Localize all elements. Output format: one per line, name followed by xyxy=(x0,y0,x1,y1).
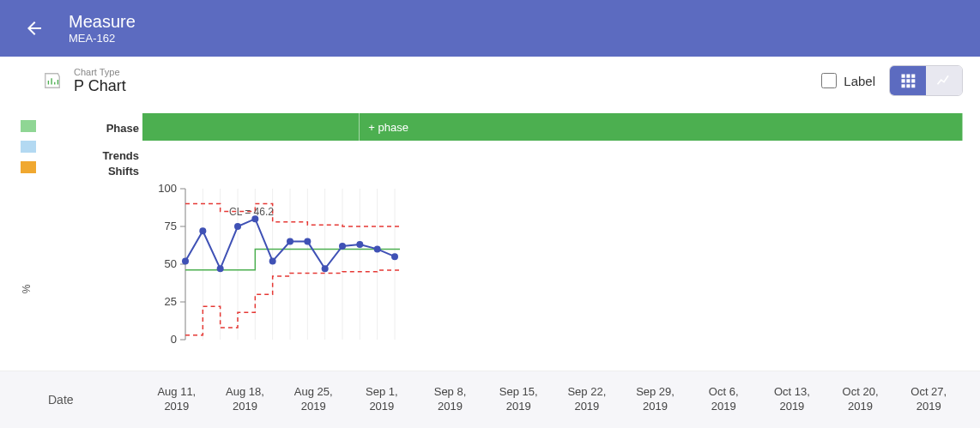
line-chart-icon xyxy=(935,72,953,89)
phase-segment-add[interactable]: + phase xyxy=(360,113,963,141)
back-button[interactable] xyxy=(17,11,51,45)
date-cell: Sep 29,2019 xyxy=(621,385,690,414)
svg-point-27 xyxy=(234,223,241,230)
grid-view-button[interactable] xyxy=(890,66,926,95)
date-cell: Aug 11,2019 xyxy=(142,385,211,414)
svg-text:25: 25 xyxy=(165,295,177,308)
label-checkbox-input[interactable] xyxy=(821,73,837,88)
date-cell: Sep 8,2019 xyxy=(416,385,485,414)
yaxis-label: % xyxy=(21,285,33,294)
label-checkbox-text: Label xyxy=(844,74,875,88)
header-titles: Measure MEA-162 xyxy=(69,12,136,45)
label-checkbox[interactable]: Label xyxy=(821,73,875,88)
svg-text:50: 50 xyxy=(165,257,177,270)
svg-point-29 xyxy=(269,257,276,264)
date-cell: Oct 6,2019 xyxy=(689,385,758,414)
svg-point-34 xyxy=(356,241,363,248)
chart-body: Phase Trends Shifts % + phase 1007550250… xyxy=(0,103,980,371)
date-cell: Oct 20,2019 xyxy=(826,385,895,414)
legend-swatch-trends[interactable] xyxy=(21,141,36,153)
toolbar: Chart Type P Chart Label xyxy=(0,57,980,103)
date-cell: Oct 13,2019 xyxy=(758,385,826,414)
chart-type-label: Chart Type xyxy=(74,67,126,77)
svg-text:CL = 46.2: CL = 46.2 xyxy=(229,206,274,218)
svg-point-31 xyxy=(304,238,311,245)
page-subtitle: MEA-162 xyxy=(69,32,136,45)
svg-text:100: 100 xyxy=(158,184,177,195)
date-cell: Aug 25,2019 xyxy=(279,385,348,414)
svg-point-30 xyxy=(287,238,293,245)
date-row-label: Date xyxy=(48,393,142,407)
chart-stage: + phase 1007550250CL = 46.2 xyxy=(142,113,963,371)
chart-view-button[interactable] xyxy=(926,66,962,95)
legend-swatch-phase[interactable] xyxy=(21,120,36,132)
chart-main: Phase Trends Shifts % + phase 1007550250… xyxy=(48,103,963,371)
chart-type-block[interactable]: Chart Type P Chart xyxy=(74,67,126,95)
svg-point-24 xyxy=(182,257,189,264)
phase-segment-1[interactable] xyxy=(142,113,360,141)
svg-point-36 xyxy=(391,253,398,260)
legend xyxy=(10,103,48,371)
date-cell: Aug 18,2019 xyxy=(211,385,280,414)
arrow-left-icon xyxy=(24,18,45,39)
svg-text:75: 75 xyxy=(165,220,177,232)
row-label-trends: Trends xyxy=(102,149,139,162)
svg-point-33 xyxy=(339,243,346,250)
chart-type-icon xyxy=(43,71,62,90)
view-toggle xyxy=(889,65,963,96)
svg-text:0: 0 xyxy=(171,333,177,346)
date-cell: Oct 27,2019 xyxy=(894,385,963,414)
phase-bar: + phase xyxy=(142,113,963,141)
svg-point-35 xyxy=(374,245,381,252)
row-label-shifts: Shifts xyxy=(108,165,139,178)
page-title: Measure xyxy=(69,12,136,32)
svg-point-25 xyxy=(199,227,206,234)
date-row: Date Aug 11,2019Aug 18,2019Aug 25,2019Se… xyxy=(0,371,980,428)
app-header: Measure MEA-162 xyxy=(0,0,980,57)
svg-point-26 xyxy=(217,265,224,272)
plot[interactable]: 1007550250CL = 46.2 xyxy=(142,184,400,355)
grid-icon xyxy=(899,72,916,89)
chart-type-value: P Chart xyxy=(74,77,126,95)
date-cell: Sep 15,2019 xyxy=(484,385,553,414)
date-cell: Sep 22,2019 xyxy=(553,385,621,414)
row-label-phase: Phase xyxy=(106,122,139,135)
date-cell: Sep 1,2019 xyxy=(348,385,416,414)
date-cells: Aug 11,2019Aug 18,2019Aug 25,2019Sep 1,2… xyxy=(142,385,963,414)
legend-swatch-shifts[interactable] xyxy=(21,161,36,173)
svg-point-32 xyxy=(322,265,329,272)
